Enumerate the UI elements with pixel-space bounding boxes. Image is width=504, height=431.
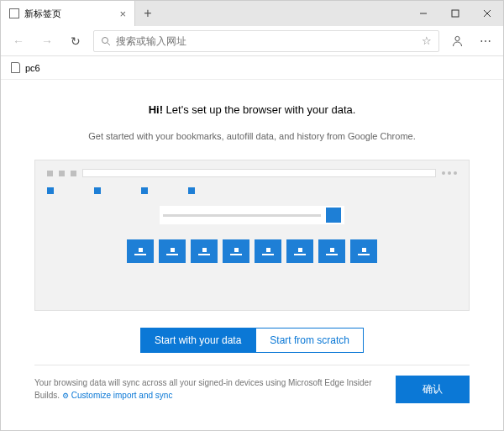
minimize-button[interactable]	[407, 1, 439, 26]
back-button[interactable]: ←	[8, 30, 29, 52]
svg-point-4	[102, 37, 108, 43]
customize-link[interactable]: Customize import and sync	[62, 391, 173, 400]
new-tab-button[interactable]: +	[135, 1, 160, 26]
sync-text: Your browsing data will sync across all …	[34, 376, 384, 402]
address-bar[interactable]: ☆	[93, 30, 439, 52]
svg-line-5	[108, 43, 110, 45]
address-input[interactable]	[116, 35, 417, 47]
footer: Your browsing data will sync across all …	[34, 365, 470, 403]
start-from-scratch-button[interactable]: Start from scratch	[255, 328, 364, 353]
setup-headline: Hi! Let's set up the browser with your d…	[34, 103, 470, 116]
favorite-icon[interactable]: ☆	[422, 34, 432, 47]
forward-button[interactable]: →	[36, 30, 58, 52]
tab-title: 新标签页	[24, 8, 61, 20]
bookmark-item[interactable]: pc6	[25, 63, 40, 73]
close-window-button[interactable]	[471, 1, 503, 26]
toolbar: ← → ↻ ☆ ⋯	[1, 26, 503, 56]
search-icon	[101, 36, 111, 46]
close-tab-icon[interactable]: ×	[119, 8, 126, 20]
start-with-data-button[interactable]: Start with your data	[140, 328, 255, 353]
window-controls	[407, 1, 503, 26]
browser-tab[interactable]: 新标签页 ×	[1, 1, 135, 26]
profile-button[interactable]	[446, 30, 468, 52]
setup-subtitle: Get started with your bookmarks, autofil…	[34, 131, 470, 141]
page-icon	[9, 8, 19, 18]
option-buttons: Start with your data Start from scratch	[34, 328, 470, 353]
menu-button[interactable]: ⋯	[475, 30, 496, 52]
refresh-button[interactable]: ↻	[65, 30, 87, 52]
titlebar: 新标签页 × +	[1, 1, 503, 26]
maximize-button[interactable]	[439, 1, 471, 26]
svg-rect-1	[452, 10, 459, 17]
setup-panel: Hi! Let's set up the browser with your d…	[1, 80, 503, 403]
illustration	[34, 160, 470, 311]
svg-point-6	[454, 36, 459, 40]
confirm-button[interactable]: 确认	[396, 376, 470, 403]
bookmark-icon	[11, 62, 20, 73]
favorites-bar: pc6	[1, 56, 503, 80]
